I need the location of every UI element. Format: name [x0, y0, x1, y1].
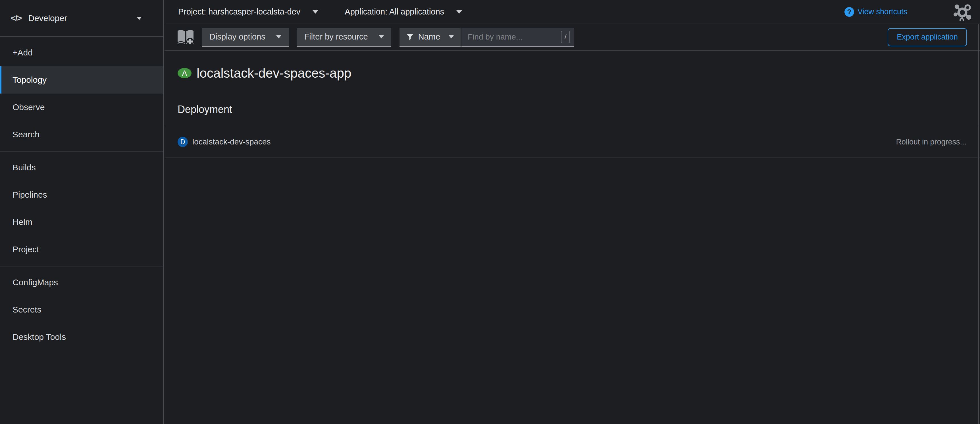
sidebar-item-label: Topology	[13, 75, 46, 85]
sidebar-item-project[interactable]: Project	[0, 236, 163, 263]
sidebar-item-label: +Add	[13, 48, 33, 57]
sidebar-nav: +Add Topology Observe Search Builds Pipe…	[0, 37, 163, 351]
name-filter-dropdown[interactable]: Name	[399, 28, 461, 47]
chevron-down-icon	[379, 35, 384, 38]
sidebar-item-pipelines[interactable]: Pipelines	[0, 181, 163, 209]
sidebar-divider	[0, 151, 163, 151]
topology-list-view: A localstack-dev-spaces-app Deployment D…	[164, 65, 980, 158]
chevron-down-icon	[276, 35, 281, 38]
sidebar-item-builds[interactable]: Builds	[0, 154, 163, 181]
application-group-header: A localstack-dev-spaces-app	[178, 65, 980, 81]
vertical-scrollbar[interactable]	[978, 24, 980, 424]
context-bar: Project: harshcasper-localsta-dev Applic…	[164, 0, 980, 24]
sidebar-item-observe[interactable]: Observe	[0, 94, 163, 121]
filter-by-resource-label: Filter by resource	[304, 32, 368, 41]
sidebar-divider	[0, 266, 163, 266]
sidebar-item-search[interactable]: Search	[0, 121, 163, 148]
view-shortcuts-label: View shortcuts	[858, 7, 907, 16]
perspective-switcher[interactable]: </> Developer	[0, 0, 163, 37]
sidebar-item-add[interactable]: +Add	[0, 39, 163, 66]
question-circle-icon: ?	[845, 7, 854, 17]
filter-funnel-icon	[406, 33, 414, 41]
topology-icon	[953, 3, 972, 21]
application-dropdown-label: Application: All applications	[345, 7, 444, 16]
chevron-down-icon	[456, 10, 462, 14]
application-title: localstack-dev-spaces-app	[197, 65, 352, 81]
main-area: Project: harshcasper-localsta-dev Applic…	[164, 0, 980, 424]
name-filter-label: Name	[418, 32, 440, 41]
sidebar-item-label: Helm	[13, 217, 32, 227]
sidebar-item-label: ConfigMaps	[13, 277, 58, 287]
code-icon: </>	[11, 13, 21, 23]
section-heading: Deployment	[178, 104, 980, 115]
sidebar-item-label: Desktop Tools	[13, 332, 66, 342]
quick-search-button[interactable]	[176, 29, 195, 46]
find-by-name-input[interactable]	[468, 32, 561, 41]
find-by-name-field: /	[461, 28, 574, 47]
sidebar: </> Developer +Add Topology Observe Sear…	[0, 0, 164, 424]
chevron-down-icon	[312, 10, 318, 14]
sidebar-item-label: Observe	[13, 102, 45, 112]
sidebar-item-secrets[interactable]: Secrets	[0, 296, 163, 324]
sidebar-item-label: Secrets	[13, 305, 41, 314]
display-options-label: Display options	[209, 32, 266, 41]
topology-toolbar: Display options Filter by resource Name	[164, 24, 980, 51]
sidebar-item-label: Search	[13, 130, 40, 139]
sidebar-item-label: Project	[13, 245, 39, 254]
perspective-label: Developer	[28, 13, 67, 23]
sidebar-item-configmaps[interactable]: ConfigMaps	[0, 269, 163, 296]
book-plus-icon	[177, 29, 195, 46]
view-shortcuts-link[interactable]: ? View shortcuts	[845, 7, 907, 17]
display-options-dropdown[interactable]: Display options	[202, 28, 289, 47]
sidebar-item-desktop-tools[interactable]: Desktop Tools	[0, 324, 163, 351]
sidebar-item-helm[interactable]: Helm	[0, 209, 163, 236]
chevron-down-icon	[449, 35, 454, 38]
name-filter-group: Name /	[399, 28, 574, 47]
project-dropdown[interactable]: Project: harshcasper-localsta-dev	[178, 7, 318, 16]
slash-shortcut-key: /	[561, 31, 570, 43]
sidebar-item-label: Builds	[13, 163, 36, 172]
application-dropdown[interactable]: Application: All applications	[345, 7, 462, 16]
deployment-row[interactable]: D localstack-dev-spaces Rollout in progr…	[164, 126, 980, 158]
chevron-down-icon	[137, 17, 142, 20]
filter-by-resource-dropdown[interactable]: Filter by resource	[297, 28, 391, 47]
export-application-button[interactable]: Export application	[888, 28, 967, 46]
sidebar-item-topology[interactable]: Topology	[0, 66, 163, 94]
deployment-status: Rollout in progress...	[896, 138, 966, 147]
project-dropdown-label: Project: harshcasper-localsta-dev	[178, 7, 300, 16]
topology-graph-view-button[interactable]	[953, 2, 972, 22]
sidebar-item-label: Pipelines	[13, 190, 47, 199]
deployment-badge: D	[178, 137, 188, 147]
openshift-console: </> Developer +Add Topology Observe Sear…	[0, 0, 980, 424]
application-badge: A	[178, 68, 191, 78]
deployment-name: localstack-dev-spaces	[192, 137, 270, 147]
